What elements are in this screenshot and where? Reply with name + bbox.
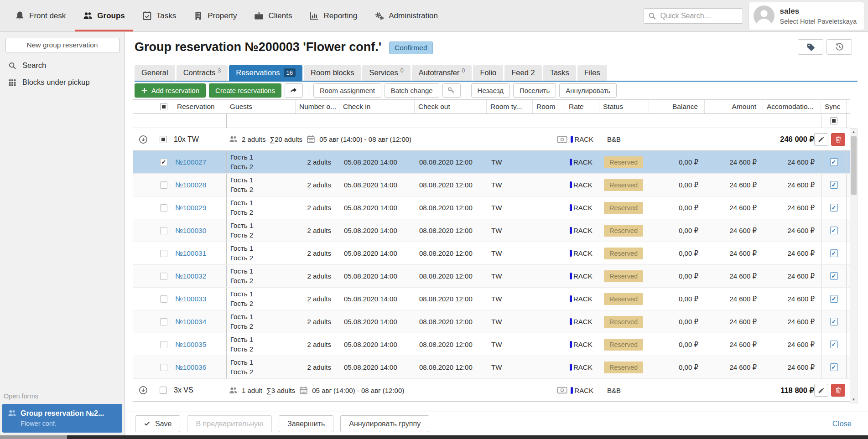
room-assignment-button[interactable]: Room assignment [313, 83, 381, 98]
tab-files[interactable]: Files [577, 65, 607, 81]
col-balance[interactable]: Balance [649, 100, 705, 114]
row-checkbox[interactable] [160, 364, 167, 371]
user-panel[interactable]: sales Select Hotel Paveletskaya [748, 2, 864, 30]
col-guests[interactable]: Guests [226, 100, 296, 114]
sync-checkbox[interactable] [830, 272, 838, 280]
nav-item-tasks[interactable]: Tasks [134, 0, 185, 31]
reservation-link[interactable]: №100030 [175, 227, 206, 235]
edit-group-button[interactable] [814, 384, 828, 397]
tab-feed-2[interactable]: Feed 2 [504, 65, 541, 81]
scrollbar-thumb[interactable] [851, 136, 857, 195]
close-button[interactable]: Close [826, 419, 858, 428]
reservation-link[interactable]: №100036 [175, 363, 206, 372]
keys-button[interactable] [442, 83, 461, 98]
row-checkbox[interactable] [160, 318, 167, 325]
new-group-reservation-button[interactable]: New group reservation [5, 38, 120, 52]
tab-autotransfer[interactable]: Autotransfer 0 [412, 65, 472, 81]
sync-all-checkbox[interactable] [830, 117, 837, 124]
scroll-up-arrow[interactable]: ▲ [850, 129, 857, 135]
table-row[interactable]: №100031 Гость 1 Гость 2 2 adults 05.08.2… [133, 242, 850, 265]
settle-button[interactable]: Поселить [513, 83, 556, 98]
table-row[interactable]: №100036 Гость 1 Гость 2 2 adults 05.08.2… [133, 356, 850, 379]
col-sync[interactable]: Sync [821, 100, 847, 114]
forward-button[interactable] [285, 83, 303, 98]
col-accommodation[interactable]: Accomodatio... [763, 100, 821, 114]
delete-group-button[interactable] [831, 133, 845, 146]
create-reservations-button[interactable]: Create reservations [209, 83, 281, 98]
reservation-link[interactable]: №100035 [175, 341, 206, 349]
table-row[interactable]: №100028 Гость 1 Гость 2 2 adults 05.08.2… [133, 174, 850, 196]
nav-item-front-desk[interactable]: Front desk [6, 0, 74, 31]
col-amount[interactable]: Amount [705, 100, 763, 114]
tab-services[interactable]: Services 0 [362, 65, 410, 81]
table-row[interactable]: №100033 Гость 1 Гость 2 2 adults 05.08.2… [133, 288, 850, 310]
group-summary-row[interactable]: 3x VS 1 adult ∑3 adults 05 авг (14:00) -… [133, 379, 850, 402]
batch-change-button[interactable]: Batch change [385, 83, 439, 98]
group-checkbox[interactable] [160, 387, 167, 394]
tags-button[interactable] [798, 39, 823, 55]
add-reservation-button[interactable]: Add reservation [135, 83, 206, 98]
row-checkbox[interactable] [160, 273, 167, 280]
sync-checkbox[interactable] [830, 318, 838, 325]
nav-item-clients[interactable]: Clients [245, 0, 301, 31]
row-checkbox[interactable] [160, 250, 167, 257]
tab-room-blocks[interactable]: Room blocks [304, 65, 361, 81]
row-checkbox[interactable] [160, 295, 167, 303]
row-checkbox[interactable] [160, 159, 167, 166]
col-room-type[interactable]: Room ty... [487, 100, 533, 114]
collapse-group-icon[interactable] [139, 135, 148, 144]
reservation-link[interactable]: №100028 [175, 181, 206, 189]
open-form-card[interactable]: Group reservation №2... Flower conf. [2, 404, 122, 433]
table-row[interactable]: №100035 Гость 1 Гость 2 2 adults 05.08.2… [133, 333, 850, 356]
sync-checkbox[interactable] [830, 158, 838, 166]
col-status[interactable]: Status [599, 100, 649, 114]
sync-checkbox[interactable] [830, 341, 838, 348]
sync-checkbox[interactable] [830, 204, 838, 212]
vertical-scrollbar[interactable]: ▲ ▼ [850, 128, 858, 403]
nav-item-administration[interactable]: Administration [366, 0, 447, 31]
col-check-out[interactable]: Check out [415, 100, 487, 114]
quick-search-input[interactable] [644, 8, 743, 24]
annul-button[interactable]: Аннулировать [559, 83, 617, 98]
sync-checkbox[interactable] [830, 249, 838, 257]
reservation-link[interactable]: №100031 [175, 249, 206, 258]
to-preliminary-button[interactable]: В предварительную [187, 415, 272, 432]
save-button[interactable]: Save [135, 415, 180, 432]
reservation-link[interactable]: №100033 [175, 295, 206, 303]
annul-group-button[interactable]: Аннулировать группу [340, 415, 429, 432]
nav-item-property[interactable]: Property [185, 0, 245, 31]
sync-checkbox[interactable] [830, 227, 838, 234]
table-row[interactable]: №100034 Гость 1 Гость 2 2 adults 05.08.2… [133, 310, 850, 333]
row-checkbox[interactable] [160, 341, 167, 348]
tab-contracts[interactable]: Contracts 3 [177, 65, 228, 81]
select-all-checkbox[interactable] [160, 103, 167, 110]
tab-general[interactable]: General [135, 65, 175, 81]
group-summary-row[interactable]: 10x TW 2 adults ∑20 adults 05 авг (14:00… [133, 128, 850, 151]
col-rate[interactable]: Rate [565, 100, 599, 114]
table-row[interactable]: №100032 Гость 1 Гость 2 2 adults 05.08.2… [133, 265, 850, 288]
row-checkbox[interactable] [160, 204, 167, 212]
sync-checkbox[interactable] [830, 181, 838, 189]
tab-tasks[interactable]: Tasks [543, 65, 576, 81]
history-button[interactable] [826, 39, 852, 55]
row-checkbox[interactable] [160, 181, 167, 189]
nav-item-groups[interactable]: Groups [74, 0, 133, 31]
nav-item-reporting[interactable]: Reporting [301, 0, 366, 31]
sync-checkbox[interactable] [830, 295, 838, 303]
tab-folio[interactable]: Folio [473, 65, 503, 81]
finish-button[interactable]: Завершить [279, 415, 333, 432]
col-reservation[interactable]: Reservation [173, 100, 226, 114]
delete-group-button[interactable] [831, 384, 845, 397]
table-row[interactable]: №100027 Гость 1 Гость 2 2 adults 05.08.2… [133, 151, 850, 174]
col-number-of-guests[interactable]: Number o... [296, 100, 339, 114]
tab-reservations[interactable]: Reservations 16 [229, 65, 302, 81]
row-checkbox[interactable] [160, 227, 167, 234]
sync-checkbox[interactable] [830, 363, 838, 371]
collapse-group-icon[interactable] [139, 386, 148, 395]
reservation-link[interactable]: №100027 [175, 158, 206, 166]
reservation-link[interactable]: №100032 [175, 272, 206, 280]
col-check-in[interactable]: Check in [339, 100, 415, 114]
reservation-link[interactable]: №100029 [175, 204, 206, 212]
group-checkbox[interactable] [160, 136, 167, 143]
no-show-button[interactable]: Незаезд [471, 83, 510, 98]
